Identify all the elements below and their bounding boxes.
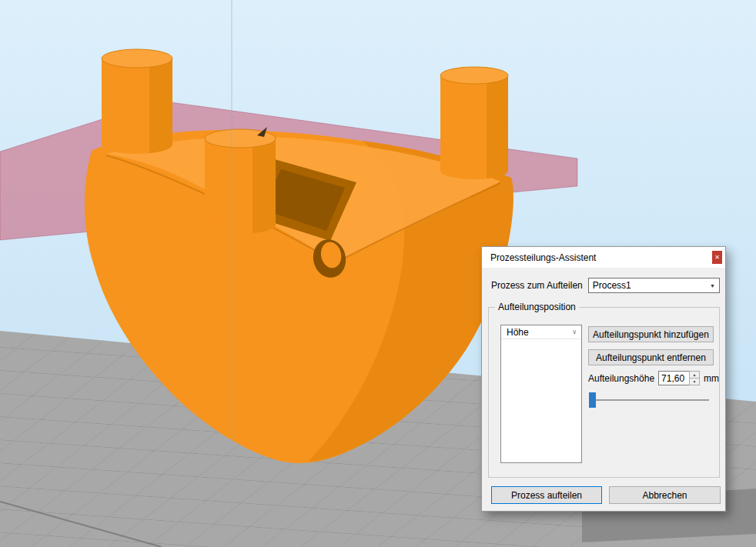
split-height-spinbox: ▲ ▼: [658, 371, 700, 385]
process-select-label: Prozess zum Aufteilen: [491, 280, 583, 291]
chevron-down-icon: ∨: [572, 329, 577, 335]
split-height-unit: mm: [704, 373, 719, 384]
split-position-group-title: Aufteilungsposition: [495, 302, 579, 312]
split-position-group: Aufteilungsposition Höhe ∨ Aufteilungspu…: [488, 307, 720, 478]
chevron-down-icon: ▼: [710, 283, 715, 289]
remove-split-point-button[interactable]: Aufteilungspunkt entfernen: [588, 349, 714, 365]
dialog-titlebar[interactable]: Prozessteilungs-Assistent ✕: [482, 247, 725, 268]
split-process-button[interactable]: Prozess aufteilen: [491, 486, 602, 504]
split-points-list[interactable]: Höhe ∨: [500, 325, 582, 463]
split-height-input[interactable]: [658, 371, 689, 385]
spin-down-icon[interactable]: ▼: [689, 379, 700, 385]
close-icon[interactable]: ✕: [712, 251, 722, 264]
cylinder-middle: [205, 129, 276, 234]
split-height-row: Aufteilungshöhe ▲ ▼ mm: [588, 371, 713, 385]
cancel-button[interactable]: Abbrechen: [609, 486, 721, 504]
app-window: Prozessteilungs-Assistent ✕ Prozess zum …: [0, 0, 756, 547]
process-combobox[interactable]: Process1 ▼: [588, 278, 720, 293]
split-height-spinner: ▲ ▼: [689, 371, 700, 385]
split-height-slider-handle[interactable]: [589, 392, 596, 408]
spin-up-icon[interactable]: ▲: [689, 371, 700, 379]
split-height-label: Aufteilungshöhe: [588, 373, 654, 384]
list-header-label: Höhe: [507, 327, 529, 338]
dialog-title: Prozessteilungs-Assistent: [490, 252, 596, 263]
process-select-row: Prozess zum Aufteilen Process1 ▼: [491, 278, 720, 293]
cylinder-right: [440, 67, 508, 179]
process-split-dialog: Prozessteilungs-Assistent ✕ Prozess zum …: [481, 246, 726, 512]
add-split-point-button[interactable]: Aufteilungspunkt hinzufügen: [588, 326, 714, 342]
split-points-list-header[interactable]: Höhe ∨: [501, 325, 581, 339]
cylinder-left: [102, 49, 172, 154]
split-height-slider-track[interactable]: [589, 399, 709, 401]
process-combobox-value: Process1: [593, 280, 631, 291]
